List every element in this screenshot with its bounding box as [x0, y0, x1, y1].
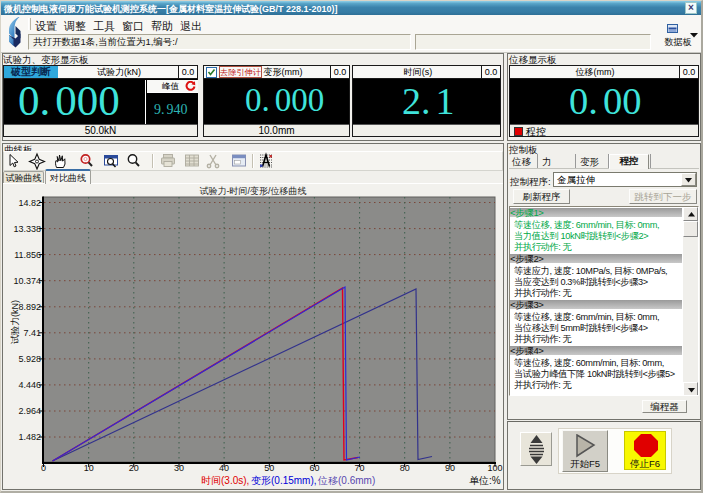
svg-text:10: 10: [84, 463, 94, 473]
svg-text:40: 40: [219, 463, 229, 473]
svg-text:4.446: 4.446: [18, 380, 41, 390]
svg-text:5.928: 5.928: [18, 354, 41, 364]
svg-text:1.482: 1.482: [18, 432, 41, 442]
svg-text:时间(3.0s),: 时间(3.0s),: [201, 475, 249, 486]
svg-text:13.338: 13.338: [13, 224, 41, 234]
svg-text:8.892: 8.892: [18, 302, 41, 312]
svg-text:变形(0.15mm),: 变形(0.15mm),: [251, 475, 317, 486]
svg-text:2.964: 2.964: [18, 406, 41, 416]
svg-text:20: 20: [129, 463, 139, 473]
svg-text:位移(0.6mm): 位移(0.6mm): [317, 475, 375, 486]
svg-text:14.82: 14.82: [18, 198, 41, 208]
svg-text:60: 60: [309, 463, 319, 473]
svg-text:30: 30: [174, 463, 184, 473]
svg-text:80: 80: [400, 463, 410, 473]
svg-text:11.856: 11.856: [14, 250, 41, 260]
svg-text:100: 100: [487, 463, 502, 473]
svg-text:70: 70: [355, 463, 365, 473]
svg-text:90: 90: [445, 463, 455, 473]
svg-text:50: 50: [264, 463, 274, 473]
svg-text:单位:%: 单位:%: [469, 475, 501, 486]
svg-text:0: 0: [41, 463, 46, 473]
svg-text:试验力(kN): 试验力(kN): [10, 300, 20, 344]
svg-text:10.374: 10.374: [13, 276, 41, 286]
svg-text:试验力-时间/变形/位移曲线: 试验力-时间/变形/位移曲线: [200, 186, 307, 196]
svg-text:7.41: 7.41: [23, 328, 41, 338]
